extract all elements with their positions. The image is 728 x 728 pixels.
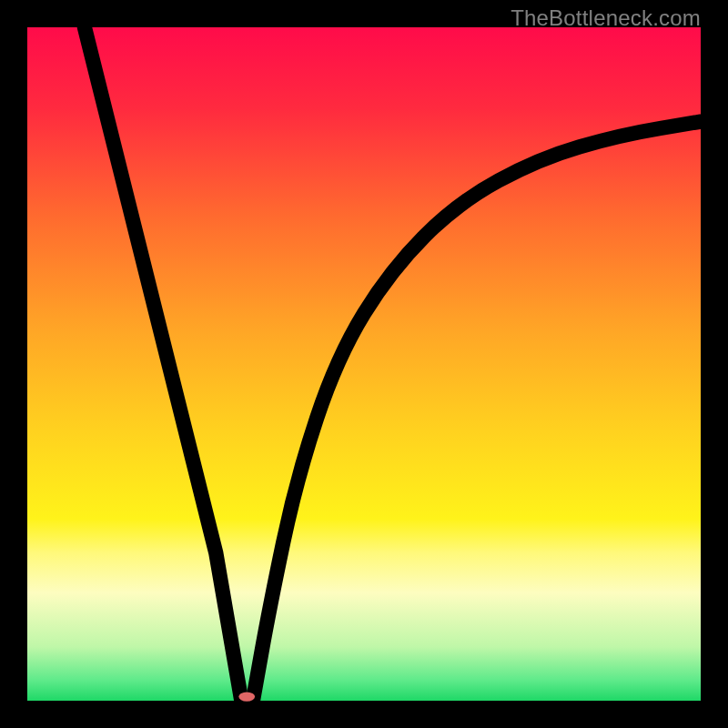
bottleneck-curve: [27, 27, 701, 701]
curve-left-arm: [85, 27, 241, 701]
curve-right-arm: [253, 122, 701, 701]
chart-frame: [27, 27, 701, 701]
optimum-marker: [238, 692, 255, 701]
